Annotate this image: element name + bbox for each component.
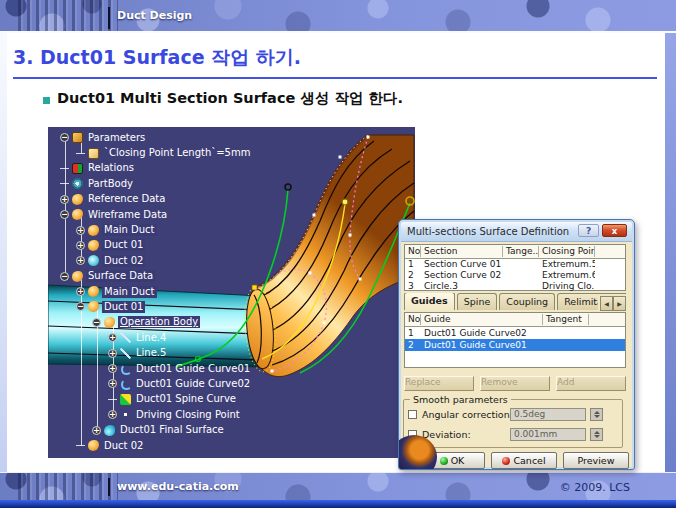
tree-stub (76, 149, 85, 158)
tree-item[interactable]: +Line.4 (54, 330, 304, 345)
expand-icon[interactable]: + (76, 287, 85, 296)
bottom-edge-bar (0, 500, 676, 508)
tree-item-label[interactable]: Duct 01 (102, 301, 145, 313)
expand-icon[interactable]: + (108, 349, 117, 358)
tree-item-label[interactable]: Main Duct (102, 224, 157, 236)
collapse-icon[interactable]: − (92, 318, 101, 327)
footer-site-text: www.edu-catia.com (117, 480, 239, 493)
tree-item[interactable]: +Reference Data (54, 192, 304, 207)
tree-item[interactable]: Relations (54, 161, 304, 176)
tree-item-label[interactable]: Wireframe Data (86, 209, 169, 221)
expand-icon[interactable]: + (76, 256, 85, 265)
band-pattern (18, 473, 118, 501)
tree-item[interactable]: +Main Duct (54, 284, 304, 299)
scroll-right-icon[interactable]: ▶ (613, 296, 626, 311)
tree-item[interactable]: +Driving Closing Point (54, 407, 304, 422)
expand-icon[interactable]: + (76, 226, 85, 235)
tree-item[interactable]: +Duct01 Final Surface (54, 422, 304, 437)
expand-icon[interactable]: + (108, 364, 117, 373)
cell: Circle.3 (421, 281, 503, 292)
expand-icon[interactable]: + (60, 195, 69, 204)
partbody-icon (72, 178, 83, 189)
section-row[interactable]: 1Section Curve 01Extremum.5 (405, 259, 625, 270)
surface-icon (104, 425, 115, 436)
tree-item-label[interactable]: Reference Data (86, 193, 167, 205)
expand-icon[interactable]: + (108, 333, 117, 342)
column-header (595, 246, 625, 257)
tree-item-label[interactable]: PartBody (86, 178, 135, 190)
dialog-titlebar[interactable]: Multi-sections Surface Definition ? x (401, 222, 632, 242)
collapse-icon[interactable]: − (60, 272, 69, 281)
tree-item-label[interactable]: Duct 02 (102, 440, 145, 452)
tree-item[interactable]: `Closing Point Length`=5mm (54, 145, 304, 160)
scroll-left-icon[interactable]: ◀ (600, 296, 613, 311)
expand-icon[interactable]: + (92, 426, 101, 435)
tree-item[interactable]: Duct 02 (54, 438, 304, 453)
expand-icon[interactable]: + (108, 379, 117, 388)
deviation-field[interactable]: 0.001mm (510, 428, 586, 441)
expand-icon[interactable]: + (76, 241, 85, 250)
tree-item[interactable]: −Duct 01 (54, 299, 304, 314)
tree-item-label[interactable]: Duct01 Guide Curve02 (134, 378, 252, 390)
page-title: 3. Duct01 Surface 작업 하기. (13, 45, 301, 71)
tree-item[interactable]: +Main Duct (54, 222, 304, 237)
guide-row[interactable]: 2Duct01 Guide Curve01 (405, 339, 625, 351)
help-icon[interactable]: ? (578, 224, 599, 237)
tree-item-label[interactable]: Duct01 Final Surface (118, 424, 226, 436)
column-header: Section (421, 246, 503, 257)
guide-row[interactable]: 1Duct01 Guide Curve02 (405, 327, 625, 339)
tree-item[interactable]: −Wireframe Data (54, 207, 304, 222)
tree-item-label[interactable]: Main Duct (102, 286, 157, 298)
angular-spinner[interactable] (590, 408, 603, 421)
angular-correction-checkbox[interactable] (408, 410, 417, 419)
replace-button[interactable]: Replace (404, 376, 474, 391)
tree-item-label[interactable]: Operation Body (118, 316, 200, 328)
tree-item[interactable]: +Duct 02 (54, 253, 304, 268)
add-button[interactable]: Add (556, 376, 626, 391)
guide-action-buttons: ReplaceRemoveAdd (404, 376, 626, 389)
expand-icon[interactable]: + (108, 410, 117, 419)
tab-spine[interactable]: Spine (457, 293, 498, 310)
tree-item[interactable]: +Duct 01 (54, 238, 304, 253)
cancel-button[interactable]: Cancel (491, 452, 557, 469)
tree-item-label[interactable]: Duct 02 (102, 255, 145, 267)
tree-item-label[interactable]: Driving Closing Point (134, 409, 242, 421)
body-icon (104, 317, 115, 328)
tree-item-label[interactable]: Duct01 Spine Curve (134, 393, 238, 405)
tree-item[interactable]: −Surface Data (54, 269, 304, 284)
tree-item[interactable]: −Parameters (54, 130, 304, 145)
tree-item[interactable]: −Operation Body (54, 315, 304, 330)
remove-button[interactable]: Remove (480, 376, 550, 391)
deviation-label: Deviation: (422, 429, 471, 440)
section-row[interactable]: 3Circle.3Driving Clo... (405, 281, 625, 292)
tree-item[interactable]: +Duct01 Guide Curve01 (54, 361, 304, 376)
angular-correction-field[interactable]: 0.5deg (510, 408, 586, 421)
tab-coupling[interactable]: Coupling (499, 293, 555, 310)
tab-guides[interactable]: Guides (404, 293, 455, 310)
collapse-icon[interactable]: − (60, 133, 69, 142)
collapse-icon[interactable]: − (76, 302, 85, 311)
tree-item[interactable]: +Duct01 Guide Curve02 (54, 376, 304, 391)
tree-item-label[interactable]: Line.5 (134, 347, 168, 359)
tree-item[interactable]: Duct01 Spine Curve (54, 392, 304, 407)
cell: Duct01 Guide Curve01 (421, 340, 543, 351)
preview-button[interactable]: Preview (563, 452, 629, 469)
tree-item-label[interactable]: `Closing Point Length`=5mm (102, 147, 252, 159)
tree-item-label[interactable]: Line.4 (134, 332, 168, 344)
tree-item-label[interactable]: Relations (86, 162, 136, 174)
tree-item-label[interactable]: Duct 01 (102, 239, 145, 251)
tree-item-label[interactable]: Surface Data (86, 270, 155, 282)
cell: 2 (405, 270, 421, 281)
tree-item[interactable]: +Line.5 (54, 345, 304, 360)
angular-correction-row: Angular correction: 0.5deg (404, 408, 622, 422)
cell: 1 (405, 259, 421, 270)
tree-item[interactable]: PartBody (54, 176, 304, 191)
cell: 1 (405, 328, 421, 339)
section-row[interactable]: 2Section Curve 02Extremum.6 (405, 270, 625, 281)
tree-item-label[interactable]: Parameters (86, 132, 147, 144)
deviation-spinner[interactable] (590, 428, 603, 441)
close-icon[interactable]: x (602, 224, 627, 237)
smooth-parameters-group: Smooth parameters Angular correction: 0.… (403, 394, 623, 448)
collapse-icon[interactable]: − (60, 210, 69, 219)
tree-item-label[interactable]: Duct01 Guide Curve01 (134, 363, 252, 375)
